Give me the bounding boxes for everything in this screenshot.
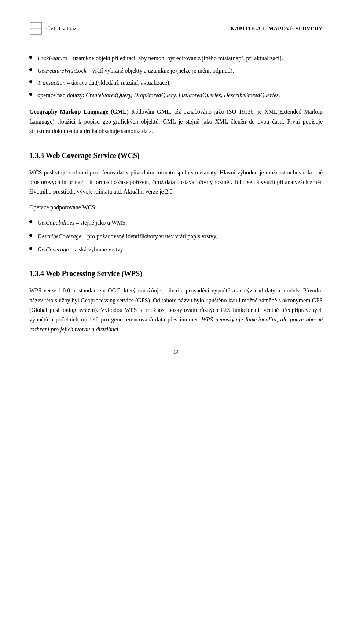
getcoverage-description: – získá vybrané vrstvy. <box>70 246 124 253</box>
page-header: ČV UT ČVUT v Praze KAPITOLA 1. MAPOVÉ SE… <box>29 22 323 39</box>
header-left: ČV UT ČVUT v Praze <box>29 22 79 35</box>
operace-prefix: operace nad dotazy: <box>37 92 86 98</box>
section-134: 1.3.4 Web Processing Service (WPS) WPS v… <box>29 268 323 334</box>
getcapabilities-description: – stejné jako u WMS, <box>76 220 127 226</box>
getcoverage-term: GetCoverage <box>37 246 69 253</box>
section-134-heading: 1.3.4 Web Processing Service (WPS) <box>29 268 323 279</box>
wcs-operations-list: GetCapabilities – stejné jako u WMS, Des… <box>29 218 323 254</box>
bullet-icon <box>29 220 32 223</box>
section-133-heading: 1.3.3 Web Coverage Service (WCS) <box>29 150 323 161</box>
main-content: LockFeature – uzamkne objekt při editaci… <box>29 54 323 334</box>
getfeaturewithlock-text: GetFeatureWithLock – vrátí vybrané objek… <box>37 66 323 76</box>
transaction-description: – úprava dat(vkládání, mazání, aktualiza… <box>67 80 170 86</box>
list-item: operace nad dotazy: CreateStoredQuery, D… <box>29 91 323 100</box>
institution-name: ČVUT v Praze <box>46 26 79 32</box>
section-133-number: 1.3.3 <box>29 151 44 159</box>
page-number: 14 <box>29 349 323 355</box>
list-item: DescribeCoverage – pro požadované identi… <box>29 232 323 241</box>
getcapabilities-term: GetCapabilities <box>37 220 74 226</box>
section-133-title: Web Coverage Service (WCS) <box>46 151 140 159</box>
bullet-icon <box>29 56 32 59</box>
transaction-text: Transaction – úprava dat(vkládání, mazán… <box>37 78 323 88</box>
list-item: GetCoverage – získá vybrané vrstvy. <box>29 245 323 254</box>
bullet-icon <box>29 93 32 96</box>
getfeaturewithlock-description: – vrátí vybrané objekty a uzamkne je (ne… <box>88 67 234 74</box>
getcapabilities-text: GetCapabilities – stejné jako u WMS, <box>37 218 323 228</box>
wps-paragraph-1: WPS verze 1.0.0 je standardem OGC, který… <box>29 286 323 334</box>
operace-text: operace nad dotazy: CreateStoredQuery, D… <box>37 91 323 100</box>
page: ČV UT ČVUT v Praze KAPITOLA 1. MAPOVÉ SE… <box>0 0 352 644</box>
list-item: LockFeature – uzamkne objekt při editaci… <box>29 54 323 63</box>
list-item: GetCapabilities – stejné jako u WMS, <box>29 218 323 228</box>
operace-queries: CreateStoredQuery, DropStoredQuery, List… <box>86 92 280 98</box>
wcs-operace-label: Operace podporované WCS: <box>29 203 323 212</box>
intro-bullet-list: LockFeature – uzamkne objekt při editaci… <box>29 54 323 100</box>
transaction-term: Transaction <box>37 80 65 86</box>
bullet-icon <box>29 80 32 83</box>
cvut-logo-icon: ČV UT <box>29 22 43 35</box>
lockfeature-text: LockFeature – uzamkne objekt při editaci… <box>37 54 323 63</box>
getfeaturewithlock-term: GetFeatureWithLock <box>37 67 87 74</box>
describecoverage-term: DescribeCoverage <box>37 233 81 239</box>
bullet-icon <box>29 68 32 71</box>
svg-text:ČV: ČV <box>31 25 34 27</box>
section-134-title: Web Processing Service (WPS) <box>46 269 142 277</box>
bullet-icon <box>29 234 32 237</box>
list-item: GetFeatureWithLock – vrátí vybrané objek… <box>29 66 323 76</box>
chapter-title: KAPITOLA 1. MAPOVÉ SERVERY <box>230 26 323 32</box>
bullet-icon <box>29 247 32 250</box>
wcs-paragraph-1: WCS poskytuje rozhraní pro přenos dat v … <box>29 168 323 197</box>
lockfeature-term: LockFeature <box>37 55 67 61</box>
gml-term: Geography Markup Language (GML) <box>29 108 129 115</box>
section-133: 1.3.3 Web Coverage Service (WCS) WCS pos… <box>29 150 323 255</box>
gml-paragraph: Geography Markup Language (GML) Kódování… <box>29 107 323 136</box>
lockfeature-description: – uzamkne objekt při editaci, aby nemohl… <box>69 55 283 61</box>
list-item: Transaction – úprava dat(vkládání, mazán… <box>29 78 323 88</box>
describecoverage-text: DescribeCoverage – pro požadované identi… <box>37 232 323 241</box>
section-134-number: 1.3.4 <box>29 269 44 277</box>
describecoverage-description: – pro požadované identifikátory vrstev v… <box>83 233 217 239</box>
getcoverage-text: GetCoverage – získá vybrané vrstvy. <box>37 245 323 254</box>
wps-italic-sentence: WPS neposkytuje funkcionalitu, ale pouze… <box>29 316 323 332</box>
